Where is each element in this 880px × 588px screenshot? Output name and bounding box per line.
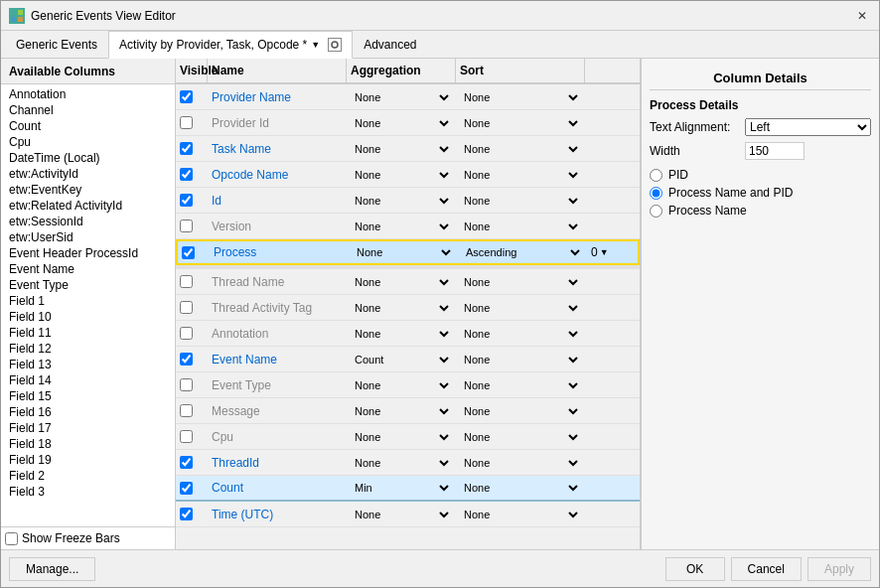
sort-select[interactable]: None <box>460 378 581 392</box>
list-item[interactable]: Channel <box>1 102 175 118</box>
show-freeze-bars-label: Show Freeze Bars <box>22 531 120 545</box>
close-button[interactable]: ✕ <box>853 7 871 25</box>
sort-select[interactable]: AscendingNoneDescending <box>462 245 583 259</box>
list-item[interactable]: Field 15 <box>1 388 175 404</box>
list-item[interactable]: Event Type <box>1 277 175 293</box>
visible-checkbox[interactable] <box>180 353 193 366</box>
visible-checkbox[interactable] <box>180 90 193 103</box>
cancel-button[interactable]: Cancel <box>731 557 802 581</box>
radio-process-pid-input[interactable] <box>650 187 662 200</box>
agg-select[interactable]: None <box>351 220 452 233</box>
sort-select[interactable]: None <box>460 142 581 156</box>
process-details-group: Process Details Text Alignment: Left Cen… <box>650 98 871 218</box>
agg-select[interactable]: None <box>351 142 452 156</box>
cell-agg: None <box>347 398 456 423</box>
visible-checkbox[interactable] <box>180 275 193 288</box>
radio-pid-input[interactable] <box>650 169 662 182</box>
list-item[interactable]: Field 11 <box>1 325 175 341</box>
agg-select[interactable]: None <box>351 168 452 182</box>
list-item[interactable]: Field 2 <box>1 468 175 484</box>
sort-select[interactable]: None <box>460 301 581 315</box>
agg-select[interactable]: NoneCountSumMinMax <box>351 90 452 104</box>
agg-select[interactable]: None <box>351 116 452 130</box>
agg-select[interactable]: None <box>351 378 452 392</box>
agg-select[interactable]: None <box>351 404 452 418</box>
list-item[interactable]: Field 14 <box>1 372 175 388</box>
text-alignment-select[interactable]: Left Center Right <box>745 118 871 136</box>
list-item[interactable]: DateTime (Local) <box>1 150 175 166</box>
list-item[interactable]: etw:Related ActivityId <box>1 198 175 214</box>
visible-checkbox[interactable] <box>180 456 193 469</box>
width-input[interactable] <box>745 142 805 160</box>
sort-select[interactable]: None <box>460 194 581 208</box>
visible-checkbox[interactable] <box>180 116 193 129</box>
tab-advanced[interactable]: Advanced <box>353 31 427 58</box>
apply-button[interactable]: Apply <box>807 557 871 581</box>
list-item[interactable]: etw:SessionId <box>1 214 175 229</box>
visible-checkbox[interactable] <box>180 482 193 495</box>
list-item[interactable]: Field 3 <box>1 484 175 500</box>
list-item[interactable]: Field 19 <box>1 452 175 468</box>
visible-checkbox[interactable] <box>180 301 193 314</box>
list-item[interactable]: etw:ActivityId <box>1 166 175 182</box>
visible-checkbox[interactable] <box>180 430 193 443</box>
sort-select[interactable]: None <box>460 220 581 233</box>
list-item[interactable]: Count <box>1 118 175 134</box>
visible-checkbox[interactable] <box>182 246 195 259</box>
sort-select[interactable]: None <box>460 353 581 367</box>
sort-select[interactable]: None <box>460 456 581 470</box>
agg-select[interactable]: CountNoneSumMinMax <box>351 353 452 367</box>
agg-select[interactable]: None <box>351 456 452 470</box>
ok-button[interactable]: OK <box>665 557 725 581</box>
tab-activity-by-provider[interactable]: Activity by Provider, Task, Opcode * ▼ <box>108 31 353 59</box>
sort-select[interactable]: None <box>460 481 581 495</box>
visible-checkbox[interactable] <box>180 508 193 520</box>
agg-select[interactable]: None <box>351 430 452 444</box>
visible-checkbox[interactable] <box>180 194 193 207</box>
list-item[interactable]: Field 1 <box>1 293 175 309</box>
cell-sort-num <box>585 372 640 397</box>
sort-select[interactable]: None <box>460 116 581 130</box>
agg-select[interactable]: None <box>351 275 452 289</box>
agg-select[interactable]: None <box>351 508 452 521</box>
visible-checkbox[interactable] <box>180 404 193 417</box>
show-freeze-bars-checkbox[interactable] <box>5 532 18 545</box>
list-item[interactable]: Event Name <box>1 261 175 277</box>
agg-select[interactable]: None <box>351 194 452 208</box>
list-item[interactable]: Annotation <box>1 86 175 102</box>
list-item[interactable]: Cpu <box>1 134 175 150</box>
visible-checkbox[interactable] <box>180 142 193 155</box>
list-item[interactable]: Field 16 <box>1 404 175 420</box>
sort-select[interactable]: None <box>460 327 581 341</box>
sort-select[interactable]: NoneAscendingDescending <box>460 90 581 104</box>
table-row-selected[interactable]: Process None AscendingNoneDescending 0 ▼ <box>176 239 640 265</box>
list-item[interactable]: Field 17 <box>1 420 175 436</box>
sort-select[interactable]: None <box>460 275 581 289</box>
list-item[interactable]: Event Header ProcessId <box>1 245 175 261</box>
sort-select[interactable]: None <box>460 508 581 521</box>
agg-select[interactable]: MinNoneCountSumMax <box>351 481 452 495</box>
settings-icon[interactable] <box>328 38 342 52</box>
list-item[interactable]: Field 12 <box>1 341 175 357</box>
agg-select[interactable]: None <box>351 327 452 341</box>
cell-agg: NoneCountSumMinMax <box>347 84 456 109</box>
visible-checkbox[interactable] <box>180 168 193 181</box>
list-item[interactable]: Field 13 <box>1 357 175 372</box>
list-item[interactable]: Field 18 <box>1 436 175 452</box>
agg-select[interactable]: None <box>353 245 454 259</box>
agg-select[interactable]: None <box>351 301 452 315</box>
sort-select[interactable]: None <box>460 404 581 418</box>
manage-button[interactable]: Manage... <box>9 557 95 581</box>
list-item[interactable]: Field 10 <box>1 309 175 325</box>
sort-select[interactable]: None <box>460 168 581 182</box>
sort-select[interactable]: None <box>460 430 581 444</box>
tab-generic-events[interactable]: Generic Events <box>5 31 108 58</box>
radio-process-name-input[interactable] <box>650 205 662 218</box>
cell-name: Annotation <box>208 321 347 346</box>
visible-checkbox[interactable] <box>180 327 193 340</box>
visible-checkbox[interactable] <box>180 378 193 391</box>
visible-checkbox[interactable] <box>180 220 193 232</box>
list-item[interactable]: etw:UserSid <box>1 229 175 245</box>
col-aggregation: Aggregation <box>347 59 456 82</box>
list-item[interactable]: etw:EventKey <box>1 182 175 198</box>
